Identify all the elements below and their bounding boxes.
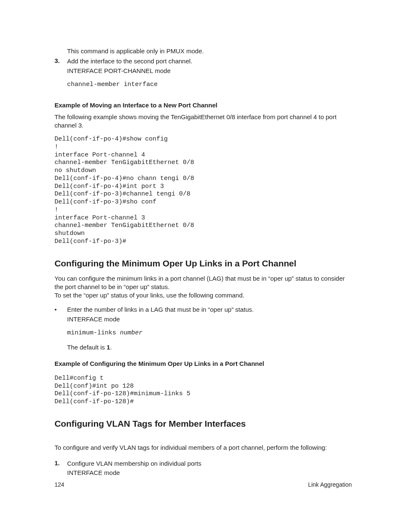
page-footer: 124 Link Aggregation (55, 481, 352, 488)
section2-bullet-mode: INTERFACE mode (67, 315, 352, 323)
example1-heading: Example of Moving an Interface to a New … (55, 102, 352, 109)
section2-heading: Configuring the Minimum Oper Up Links in… (55, 258, 352, 269)
section2-para2: To set the “oper up” status of your link… (55, 291, 352, 300)
section3-step1-number: 1. (55, 459, 67, 477)
section2-default: The default is 1. (67, 343, 352, 352)
step-3-mode: INTERFACE PORT-CHANNEL mode (67, 67, 352, 75)
section2-bullet: • Enter the number of links in a LAG tha… (55, 305, 352, 352)
section3-heading: Configuring VLAN Tags for Member Interfa… (55, 419, 352, 429)
cmd-arg: number (120, 329, 143, 336)
page-number: 124 (55, 481, 64, 488)
default-prefix: The default is (67, 344, 106, 351)
step-3-number: 3. (55, 57, 67, 94)
default-suffix: . (110, 344, 112, 351)
footer-title: Link Aggregation (308, 481, 352, 488)
section3-intro: To configure and verify VLAN tags for in… (55, 443, 352, 452)
cmd-prefix: minimum-links (67, 329, 120, 336)
section2-bullet-body: Enter the number of links in a LAG that … (67, 305, 352, 352)
section3-step1-text: Configure VLAN membership on individual … (67, 459, 352, 468)
default-value: 1 (106, 344, 110, 351)
section3-step1-mode: INTERFACE mode (67, 469, 352, 477)
pmux-note: This command is applicable only in PMUX … (67, 47, 352, 55)
section2-para1: You can configure the minimum links in a… (55, 274, 352, 292)
section2-bullet-text: Enter the number of links in a LAG that … (67, 305, 352, 314)
section3-step1-body: Configure VLAN membership on individual … (67, 459, 352, 477)
example1-code: Dell(conf-if-po-4)#show config ! interfa… (55, 136, 352, 246)
section2-command: minimum-links number (67, 329, 352, 337)
example1-intro: The following example shows moving the T… (55, 113, 352, 130)
step-3-body: Add the interface to the second port cha… (67, 57, 352, 94)
step-3: 3. Add the interface to the second port … (55, 57, 352, 94)
step-3-text: Add the interface to the second port cha… (67, 57, 352, 65)
example2-heading: Example of Configuring the Minimum Oper … (55, 360, 352, 367)
example2-code: Dell#config t Dell(conf)#int po 128 Dell… (55, 375, 352, 406)
step-3-command: channel-member interface (67, 81, 352, 89)
bullet-dot-icon: • (55, 305, 67, 352)
section3-step1: 1. Configure VLAN membership on individu… (55, 459, 352, 477)
